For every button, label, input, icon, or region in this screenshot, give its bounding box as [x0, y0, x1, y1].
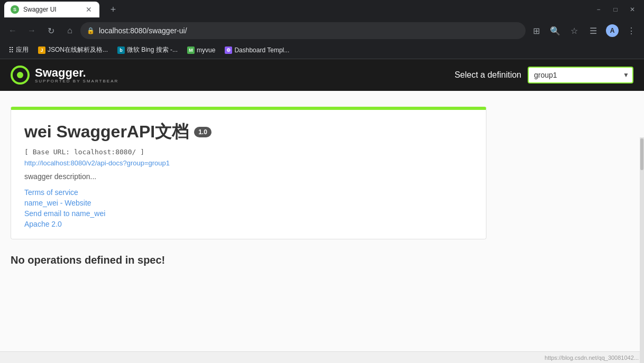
bookmark-json[interactable]: J JSON在线解析及格... — [34, 44, 112, 56]
bookmark-bing-favicon: b — [117, 46, 125, 54]
api-title: wei SwaggerAPI文档 — [24, 120, 189, 144]
status-bar: https://blog.csdn.net/qq_30081042... — [0, 351, 644, 363]
api-title-row: wei SwaggerAPI文档 1.0 — [24, 120, 473, 144]
email-link[interactable]: Send email to name_wei — [24, 209, 473, 218]
search-icon[interactable]: 🔍 — [547, 22, 564, 39]
terms-of-service-link[interactable]: Terms of service — [24, 188, 473, 197]
forward-button[interactable]: → — [23, 22, 40, 39]
swagger-inner-dot — [17, 72, 23, 78]
title-bar: S Swagger UI ✕ + − □ ✕ — [0, 0, 644, 19]
bookmark-apps[interactable]: ⠿ 应用 — [4, 44, 33, 56]
active-tab[interactable]: S Swagger UI ✕ — [4, 2, 99, 17]
maximize-button[interactable]: □ — [608, 2, 623, 17]
browser-chrome: S Swagger UI ✕ + − □ ✕ ← → ↻ ⌂ 🔒 localho… — [0, 0, 644, 59]
close-button[interactable]: ✕ — [625, 2, 640, 17]
swagger-header: Swagger. Supported by SMARTBEAR Select a… — [0, 59, 644, 91]
swagger-circle-logo — [11, 66, 30, 85]
address-text: localhost:8080/swagger-ui/ — [99, 26, 519, 35]
swagger-title-block: Swagger. Supported by SMARTBEAR — [35, 67, 118, 83]
bookmark-myvue-label: myvue — [197, 46, 215, 54]
api-docs-link[interactable]: http://localhost:8080/v2/api-docs?group=… — [24, 159, 473, 167]
swagger-content: wei SwaggerAPI文档 1.0 [ Base URL: localho… — [0, 91, 644, 351]
new-tab-button[interactable]: + — [106, 2, 121, 17]
swagger-circle-inner — [13, 68, 27, 82]
swagger-definition-select-wrapper: group1 ▼ — [528, 67, 633, 83]
profile-avatar: A — [606, 24, 619, 37]
profile-button[interactable]: A — [604, 22, 621, 39]
bookmark-icon[interactable]: ☆ — [566, 22, 583, 39]
swagger-definition-area: Select a definition group1 ▼ — [455, 67, 633, 83]
swagger-definition-select[interactable]: group1 — [528, 67, 633, 83]
bookmark-apps-label: 应用 — [16, 45, 29, 54]
lock-icon: 🔒 — [87, 27, 95, 34]
scrollbar-thumb[interactable] — [640, 138, 643, 170]
license-link[interactable]: Apache 2.0 — [24, 220, 473, 228]
minimize-button[interactable]: − — [591, 2, 606, 17]
translate-icon[interactable]: ⊞ — [528, 22, 545, 39]
bookmark-dashboard-label: Dashboard Templ... — [234, 46, 289, 54]
bookmarks-bar: ⠿ 应用 J JSON在线解析及格... b 微软 Bing 搜索 -... M… — [0, 42, 644, 59]
bookmark-dashboard-favicon: ⚙ — [225, 46, 232, 54]
scrollbar[interactable] — [640, 137, 644, 363]
page-wrapper: S Swagger UI ✕ + − □ ✕ ← → ↻ ⌂ 🔒 localho… — [0, 0, 644, 363]
no-operations-message: No operations defined in spec! — [11, 254, 633, 266]
tab-title: Swagger UI — [23, 6, 80, 13]
address-bar-row: ← → ↻ ⌂ 🔒 localhost:8080/swagger-ui/ ⊞ 🔍… — [0, 19, 644, 42]
browser-right-icons: ⊞ 🔍 ☆ ☰ A ⋮ — [528, 22, 640, 39]
status-url: https://blog.csdn.net/qq_30081042... — [545, 355, 639, 361]
swagger-main: Swagger. Supported by SMARTBEAR Select a… — [0, 59, 644, 363]
home-button[interactable]: ⌂ — [61, 22, 78, 39]
menu-button[interactable]: ⋮ — [623, 22, 640, 39]
api-version-badge: 1.0 — [194, 127, 211, 137]
tab-close-button[interactable]: ✕ — [85, 5, 93, 14]
bookmark-myvue-favicon: M — [187, 46, 195, 54]
bookmark-json-label: JSON在线解析及格... — [48, 45, 108, 54]
address-bar[interactable]: 🔒 localhost:8080/swagger-ui/ — [80, 22, 526, 39]
api-base-url: [ Base URL: localhost:8080/ ] — [24, 148, 473, 156]
swagger-logo: Swagger. Supported by SMARTBEAR — [11, 66, 118, 85]
api-info-block: wei SwaggerAPI文档 1.0 [ Base URL: localho… — [11, 107, 486, 239]
bookmark-json-favicon: J — [38, 46, 45, 54]
bookmark-myvue[interactable]: M myvue — [183, 45, 219, 55]
back-button[interactable]: ← — [4, 22, 21, 39]
swagger-logo-title: Swagger. — [35, 67, 118, 79]
website-link[interactable]: name_wei - Website — [24, 199, 473, 207]
api-description: swagger description... — [24, 172, 473, 181]
window-controls: − □ ✕ — [591, 2, 640, 17]
bookmark-bing-label: 微软 Bing 搜索 -... — [127, 45, 178, 54]
bookmark-dashboard[interactable]: ⚙ Dashboard Templ... — [220, 45, 293, 55]
apps-grid-icon: ⠿ — [8, 46, 14, 54]
bookmark-bing[interactable]: b 微软 Bing 搜索 -... — [113, 44, 182, 56]
refresh-button[interactable]: ↻ — [42, 22, 59, 39]
swagger-logo-subtitle: Supported by SMARTBEAR — [35, 79, 118, 83]
tab-favicon: S — [11, 5, 19, 14]
swagger-definition-label: Select a definition — [455, 70, 521, 80]
sidebar-icon[interactable]: ☰ — [585, 22, 602, 39]
